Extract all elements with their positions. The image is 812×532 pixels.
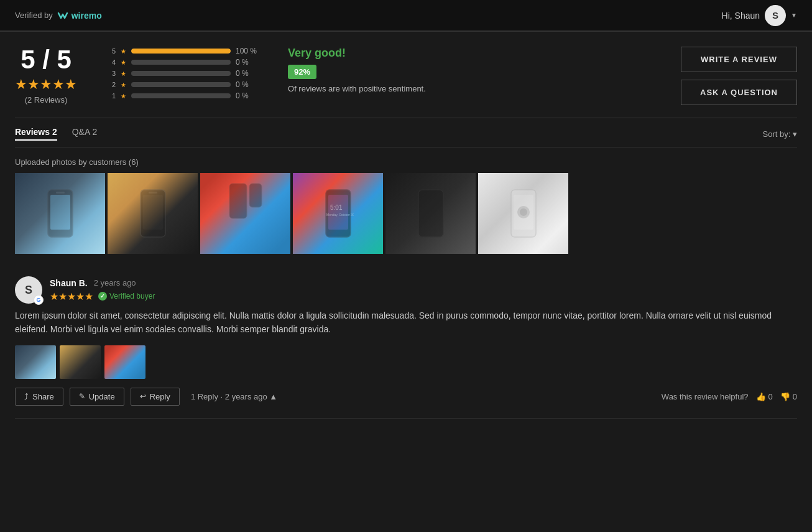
photo-thumb-6[interactable] xyxy=(478,173,568,254)
photo-thumb-5[interactable] xyxy=(385,173,476,254)
reviewer-stars: ★★★★★ xyxy=(50,291,93,302)
bar-track-3 xyxy=(131,71,231,76)
svg-rect-5 xyxy=(149,192,157,194)
downvote-count: 0 xyxy=(793,392,797,401)
verified-by-label: Verified by xyxy=(15,11,53,20)
review-photos xyxy=(15,345,797,379)
review-photo-thumb-2[interactable] xyxy=(60,345,101,379)
sort-chevron-icon: ▾ xyxy=(793,129,797,139)
tab-qa[interactable]: Q&A 2 xyxy=(72,127,97,141)
update-button[interactable]: ✎ Update xyxy=(70,388,124,406)
reviewer-avatar: S G xyxy=(15,276,42,304)
bar-row-3: 3 ★ 0 % xyxy=(102,69,257,78)
rating-stars: ★★★★★ xyxy=(15,77,77,93)
sentiment-badge: 92% xyxy=(288,65,316,79)
review-time: 2 years ago xyxy=(94,278,136,287)
sort-by[interactable]: Sort by: ▾ xyxy=(763,129,797,139)
reviewer-name: Shaun B. xyxy=(50,278,88,288)
svg-rect-6 xyxy=(229,184,247,218)
review-photo-thumb-3[interactable] xyxy=(104,345,145,379)
bar-track-4 xyxy=(131,60,231,65)
avatar: S xyxy=(765,5,786,26)
helpful-section: Was this review helpful? 👍 0 👎 0 xyxy=(662,392,797,401)
wiremo-icon xyxy=(57,9,69,22)
upvote-button[interactable]: 👍 0 xyxy=(756,392,773,401)
svg-rect-9 xyxy=(328,195,348,230)
verified-badge: ✓ Verified buyer xyxy=(98,292,155,301)
star-mini-icon-4: ★ xyxy=(121,59,126,66)
svg-rect-4 xyxy=(143,195,163,230)
svg-rect-2 xyxy=(56,192,65,194)
star-mini-icon-2: ★ xyxy=(121,82,126,88)
svg-text:Monday, October 30: Monday, October 30 xyxy=(326,213,354,217)
chevron-down-icon: ▼ xyxy=(791,12,797,19)
expand-icon: ▲ xyxy=(269,392,277,401)
bar-pct-3: 0 % xyxy=(236,69,254,78)
share-icon: ⤴ xyxy=(24,392,29,401)
review-count: (2 Reviews) xyxy=(15,95,77,105)
star-mini-icon-3: ★ xyxy=(121,70,126,77)
bar-track-2 xyxy=(131,82,231,87)
google-badge-icon: G xyxy=(34,295,44,305)
upvote-count: 0 xyxy=(768,392,773,401)
review-card: S G Shaun B. 2 years ago ★★★★★ ✓ Verifie… xyxy=(15,264,797,419)
photo-thumb-1[interactable] xyxy=(15,173,105,254)
reviewer-name-row: Shaun B. 2 years ago xyxy=(50,278,797,288)
photos-grid: 5:01 Monday, October 30 xyxy=(15,173,797,254)
svg-text:5:01: 5:01 xyxy=(330,204,343,211)
bar-pct-5: 100 % xyxy=(236,47,257,55)
write-review-button[interactable]: WRITE A REVIEW xyxy=(681,47,797,72)
sentiment-label: Very good! xyxy=(288,47,656,60)
photo-thumb-3[interactable] xyxy=(200,173,290,254)
photo-thumb-2[interactable] xyxy=(108,173,198,254)
thumbs-up-icon: 👍 xyxy=(756,392,766,401)
verified-by-section: Verified by wiremo xyxy=(15,9,102,22)
rating-bars: 5 ★ 100 % 4 ★ 0 % 3 ★ xyxy=(102,47,257,100)
svg-rect-1 xyxy=(50,195,70,230)
edit-icon: ✎ xyxy=(79,392,85,401)
user-info[interactable]: Hi, Shaun S ▼ xyxy=(722,5,797,26)
bar-pct-2: 0 % xyxy=(236,80,254,89)
rating-score: 5 / 5 xyxy=(15,47,77,73)
wiremo-brand-name: wiremo xyxy=(72,11,102,21)
bar-track-1 xyxy=(131,93,231,98)
bar-pct-1: 0 % xyxy=(236,91,254,100)
overall-rating: 5 / 5 ★★★★★ (2 Reviews) xyxy=(15,47,77,105)
downvote-button[interactable]: 👎 0 xyxy=(780,392,797,401)
sentiment-text: Of reviews are with positive sentiment. xyxy=(288,84,656,93)
reviewer-stars-row: ★★★★★ ✓ Verified buyer xyxy=(50,291,797,302)
thumbs-down-icon: 👎 xyxy=(780,392,790,401)
helpful-label: Was this review helpful? xyxy=(662,392,749,401)
bar-row-4: 4 ★ 0 % xyxy=(102,58,257,67)
bar-track-5 xyxy=(131,49,231,54)
main-content: 5 / 5 ★★★★★ (2 Reviews) 5 ★ 100 % 4 ★ 0 … xyxy=(0,32,812,419)
ask-question-button[interactable]: ASK A QUESTION xyxy=(681,80,797,105)
bar-row-5: 5 ★ 100 % xyxy=(102,47,257,55)
wiremo-logo: wiremo xyxy=(57,9,102,22)
review-photo-thumb-1[interactable] xyxy=(15,345,56,379)
rating-section: 5 / 5 ★★★★★ (2 Reviews) 5 ★ 100 % 4 ★ 0 … xyxy=(15,32,797,118)
star-mini-icon: ★ xyxy=(121,48,126,55)
photo-thumb-4[interactable]: 5:01 Monday, October 30 xyxy=(293,173,383,254)
verified-label: Verified buyer xyxy=(109,292,155,301)
photos-title: Uploaded photos by customers (6) xyxy=(15,157,797,167)
top-bar: Verified by wiremo Hi, Shaun S ▼ xyxy=(0,0,812,31)
check-circle-icon: ✓ xyxy=(98,292,107,301)
reply-thread[interactable]: 1 Reply · 2 years ago ▲ xyxy=(191,392,277,401)
reviewer-info: Shaun B. 2 years ago ★★★★★ ✓ Verified bu… xyxy=(50,278,797,302)
tab-reviews[interactable]: Reviews 2 xyxy=(15,127,57,141)
star-mini-icon-1: ★ xyxy=(121,93,126,100)
reply-button[interactable]: ↩ Reply xyxy=(131,388,180,406)
svg-point-16 xyxy=(520,208,527,216)
bar-pct-4: 0 % xyxy=(236,58,254,67)
review-actions: ⤴ Share ✎ Update ↩ Reply 1 Reply · 2 yea… xyxy=(15,388,797,406)
svg-rect-12 xyxy=(418,190,443,237)
action-buttons: WRITE A REVIEW ASK A QUESTION xyxy=(681,47,797,105)
share-button[interactable]: ⤴ Share xyxy=(15,388,63,406)
bar-fill-5 xyxy=(131,49,231,54)
bar-row-2: 2 ★ 0 % xyxy=(102,80,257,89)
tabs-row: Reviews 2 Q&A 2 Sort by: ▾ xyxy=(15,118,797,147)
tabs: Reviews 2 Q&A 2 xyxy=(15,127,97,141)
bar-row-1: 1 ★ 0 % xyxy=(102,91,257,100)
greeting-text: Hi, Shaun xyxy=(722,11,760,21)
